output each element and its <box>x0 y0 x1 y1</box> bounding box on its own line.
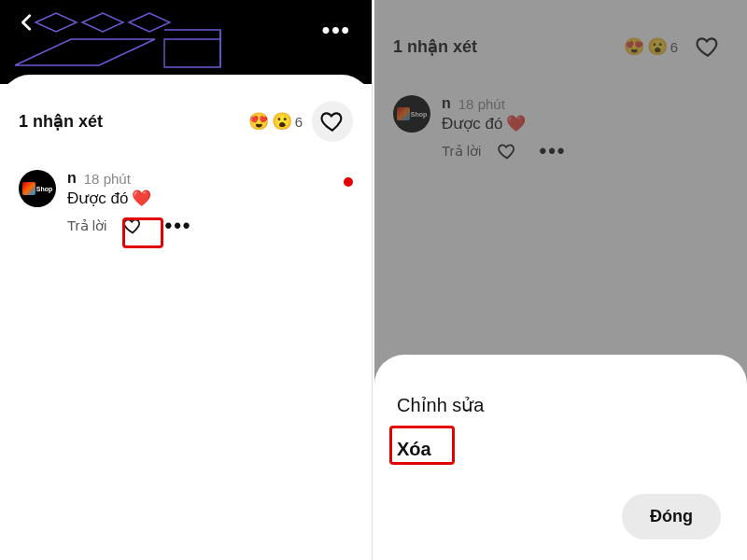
like-comment-button[interactable] <box>123 217 142 235</box>
reactions-summary[interactable]: 😍 😮 6 <box>248 111 303 132</box>
comment-action-sheet: Chỉnh sửa Xóa Đóng <box>374 355 747 560</box>
comment-row: Shop n 18 phút Được đó ❤️ Trả lời <box>374 80 747 161</box>
reactions-summary: 😍 😮 6 <box>624 36 678 57</box>
like-post-button[interactable] <box>312 101 353 142</box>
reply-button: Trả lời <box>442 143 481 160</box>
heart-eyes-icon: 😍 <box>624 36 644 57</box>
surprised-icon: 😮 <box>272 111 292 132</box>
avatar[interactable]: Shop <box>19 170 56 207</box>
comment-author[interactable]: n <box>67 170 77 187</box>
comments-header: 1 nhận xét 😍 😮 6 <box>374 0 747 80</box>
reaction-count: 6 <box>295 114 303 130</box>
annotation-dot <box>344 177 353 187</box>
comment-row: Shop n 18 phút Được đó ❤️ Trả lời <box>0 155 372 236</box>
heart-eyes-icon: 😍 <box>248 111 269 132</box>
comment-time: 18 phút <box>84 171 131 187</box>
like-comment-button <box>498 142 516 161</box>
comments-title: 1 nhận xét <box>393 36 477 57</box>
close-button[interactable]: Đóng <box>622 494 721 539</box>
post-illustration <box>6 9 248 82</box>
comments-sheet: 1 nhận xét 😍 😮 6 Shop <box>0 75 372 560</box>
like-post-button <box>687 26 728 67</box>
comment-time: 18 phút <box>458 96 505 112</box>
red-heart-icon: ❤️ <box>506 114 526 133</box>
red-heart-icon: ❤️ <box>132 189 151 208</box>
reply-button[interactable]: Trả lời <box>67 217 106 234</box>
phone-right: 1 nhận xét 😍 😮 6 Shop <box>374 0 747 560</box>
reaction-count: 6 <box>670 39 678 55</box>
comments-header: 1 nhận xét 😍 😮 6 <box>0 75 372 155</box>
surprised-icon: 😮 <box>647 36 668 57</box>
phone-left: ••• 1 nhận xét 😍 😮 6 Shop <box>0 0 373 560</box>
post-background: ••• <box>0 0 372 84</box>
avatar: Shop <box>393 95 430 133</box>
comment-text: Được đó ❤️ <box>67 189 353 208</box>
edit-action[interactable]: Chỉnh sửa <box>397 383 725 427</box>
comment-author: n <box>442 95 451 112</box>
delete-action[interactable]: Xóa <box>397 427 725 471</box>
post-more-button[interactable]: ••• <box>322 17 351 43</box>
back-button[interactable] <box>17 11 37 37</box>
comments-title: 1 nhận xét <box>19 111 103 132</box>
comment-more-button: ••• <box>533 141 571 161</box>
comment-text: Được đó ❤️ <box>442 114 728 133</box>
comment-more-button[interactable]: ••• <box>159 216 197 236</box>
